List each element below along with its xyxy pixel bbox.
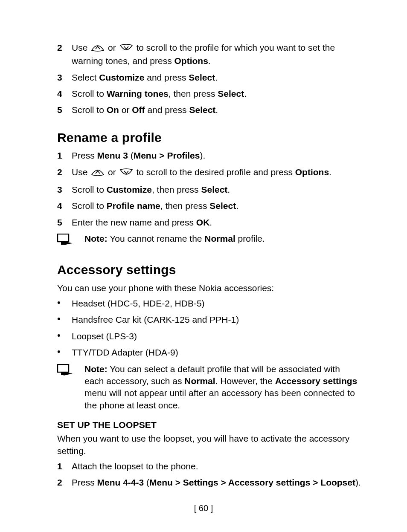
- step-number: 3: [57, 184, 72, 196]
- step-body: Attach the loopset to the phone.: [72, 460, 362, 472]
- heading-accessory-settings: Accessory settings: [57, 261, 362, 279]
- page-number: [ 60 ]: [0, 503, 407, 514]
- step-body: Use or to scroll to the desired profile …: [72, 166, 362, 179]
- step-item: 2 Press Menu 4-4-3 (Menu > Settings > Ac…: [57, 477, 362, 489]
- step-number: 3: [57, 72, 72, 84]
- list-item: •Handsfree Car kit (CARK-125 and PPH-1): [57, 314, 362, 326]
- step-body: Enter the new name and press OK.: [72, 217, 362, 228]
- loopset-steps: 1 Attach the loopset to the phone. 2 Pre…: [57, 460, 362, 489]
- step-item: 3 Select Customize and press Select.: [57, 72, 362, 84]
- step-item: 1 Attach the loopset to the phone.: [57, 460, 362, 472]
- step-number: 5: [57, 104, 72, 116]
- step-body: Select Customize and press Select.: [72, 72, 362, 84]
- bullet-icon: •: [57, 314, 72, 324]
- heading-loopset: SET UP THE LOOPSET: [57, 419, 362, 431]
- scroll-up-icon: [90, 168, 105, 179]
- note-text: Note: You can select a default profile t…: [84, 363, 362, 411]
- bullet-icon: •: [57, 298, 72, 308]
- accessory-intro: You can use your phone with these Nokia …: [57, 282, 362, 294]
- step-number: 1: [57, 460, 72, 472]
- step-number: 5: [57, 217, 72, 228]
- note-icon: [57, 233, 84, 249]
- step-item: 2 Use or to scroll to the desired: [57, 166, 362, 179]
- note-block: Note: You can select a default profile t…: [57, 363, 362, 411]
- svg-rect-2: [58, 364, 69, 372]
- step-item: 5 Scroll to On or Off and press Select.: [57, 104, 362, 116]
- note-icon: [57, 363, 84, 379]
- step-item: 1 Press Menu 3 (Menu > Profiles).: [57, 150, 362, 162]
- step-item: 4 Scroll to Warning tones, then press Se…: [57, 88, 362, 100]
- accessory-list: •Headset (HDC-5, HDE-2, HDB-5) •Handsfre…: [57, 298, 362, 359]
- scroll-down-icon: [119, 43, 134, 55]
- step-number: 2: [57, 42, 72, 54]
- step-body: Use or to scroll to the profile for whic…: [72, 42, 362, 67]
- step-number: 2: [57, 166, 72, 178]
- list-item: •TTY/TDD Adapter (HDA-9): [57, 347, 362, 359]
- list-item: •Loopset (LPS-3): [57, 330, 362, 342]
- rename-profile-steps: 1 Press Menu 3 (Menu > Profiles). 2 Use …: [57, 150, 362, 228]
- list-item: •Headset (HDC-5, HDE-2, HDB-5): [57, 298, 362, 309]
- step-item: 3 Scroll to Customize, then press Select…: [57, 184, 362, 196]
- step-number: 4: [57, 200, 72, 212]
- scroll-up-icon: [90, 43, 105, 55]
- step-item: 2 Use or to scroll to the profile: [57, 42, 362, 67]
- note-text: Note: You cannot rename the Normal profi…: [84, 233, 362, 245]
- bullet-icon: •: [57, 330, 72, 341]
- step-body: Scroll to Warning tones, then press Sele…: [72, 88, 362, 100]
- manual-page: 2 Use or to scroll to the profile: [0, 0, 407, 532]
- step-number: 4: [57, 88, 72, 100]
- step-number: 2: [57, 477, 72, 489]
- svg-rect-1: [61, 242, 64, 245]
- step-body: Press Menu 3 (Menu > Profiles).: [72, 150, 362, 162]
- warning-tones-steps: 2 Use or to scroll to the profile: [57, 42, 362, 116]
- svg-rect-3: [61, 372, 64, 375]
- scroll-down-icon: [119, 168, 134, 179]
- bullet-icon: •: [57, 347, 72, 357]
- loopset-intro: When you want to use the loopset, you wi…: [57, 433, 362, 457]
- note-block: Note: You cannot rename the Normal profi…: [57, 233, 362, 249]
- step-item: 5 Enter the new name and press OK.: [57, 217, 362, 228]
- step-body: Scroll to Profile name, then press Selec…: [72, 200, 362, 212]
- step-body: Press Menu 4-4-3 (Menu > Settings > Acce…: [72, 477, 362, 489]
- step-item: 4 Scroll to Profile name, then press Sel…: [57, 200, 362, 212]
- step-body: Scroll to On or Off and press Select.: [72, 104, 362, 116]
- heading-rename-profile: Rename a profile: [57, 129, 362, 147]
- step-number: 1: [57, 150, 72, 162]
- step-body: Scroll to Customize, then press Select.: [72, 184, 362, 196]
- svg-rect-0: [58, 234, 69, 242]
